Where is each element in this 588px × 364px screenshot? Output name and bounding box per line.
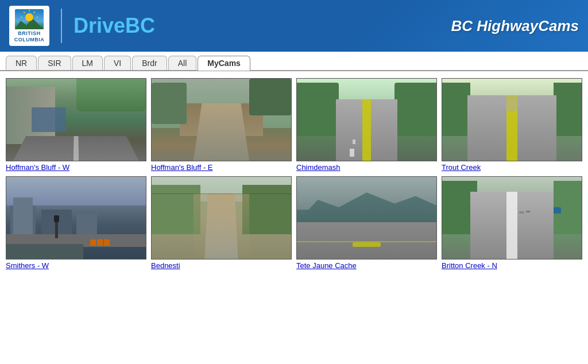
cam-label-bednesti[interactable]: Bednesti (151, 261, 292, 270)
header-divider (61, 9, 62, 43)
bc-logo-svg (15, 9, 44, 29)
cam-label-chimdemash[interactable]: Chimdemash (296, 163, 437, 172)
tab-vi[interactable]: VI (104, 56, 131, 70)
cam-label-smithers-w[interactable]: Smithers - W (6, 261, 146, 270)
site-title: BC HighwayCams (451, 17, 579, 35)
cam-image-hoffmans-bluff-e[interactable] (151, 78, 292, 161)
bc-text: BC (125, 14, 155, 37)
cam-label-hoffmans-bluff-e[interactable]: Hoffman's Bluff - E (151, 163, 292, 172)
bc-logo: BRITISH COLUMBIA (9, 6, 49, 46)
tab-lm[interactable]: LM (72, 56, 103, 70)
tab-nr[interactable]: NR (6, 56, 37, 70)
cam-label-britton-creek-n[interactable]: Britton Creek - N (442, 261, 582, 270)
cam-image-bednesti[interactable] (151, 176, 292, 260)
tab-bar: NR SIR LM VI Brdr All MyCams (0, 52, 588, 71)
cam-image-chimdemash[interactable] (296, 78, 437, 161)
cam-item-chimdemash[interactable]: Chimdemash (296, 78, 437, 172)
svg-point-9 (25, 13, 33, 21)
tab-brdr[interactable]: Brdr (132, 56, 167, 70)
drive-text: Drive (74, 14, 125, 37)
cam-item-hoffmans-bluff-w[interactable]: Hoffman's Bluff - W (6, 78, 146, 172)
cam-item-smithers-w[interactable]: Smithers - W (6, 176, 146, 270)
site-header: BRITISH COLUMBIA DriveBC BC HighwayCams (0, 0, 588, 52)
tab-mycams[interactable]: MyCams (198, 56, 250, 71)
tab-sir[interactable]: SIR (38, 56, 71, 70)
logo-area: BRITISH COLUMBIA DriveBC (9, 6, 155, 46)
camera-grid: Hoffman's Bluff - W Hoffman's Bluff - E (0, 71, 588, 277)
cam-item-hoffmans-bluff-e[interactable]: Hoffman's Bluff - E (151, 78, 292, 172)
cam-item-tete-jaune-cache[interactable]: Tete Jaune Cache (296, 176, 437, 270)
drivebc-logo: DriveBC (74, 14, 155, 38)
cam-item-britton-creek-n[interactable]: Britton Creek - N (442, 176, 582, 270)
cam-label-tete-jaune-cache[interactable]: Tete Jaune Cache (296, 261, 437, 270)
cam-item-bednesti[interactable]: Bednesti (151, 176, 292, 270)
cam-image-smithers-w[interactable] (6, 176, 146, 260)
cam-label-hoffmans-bluff-w[interactable]: Hoffman's Bluff - W (6, 163, 146, 172)
bc-logo-text: BRITISH COLUMBIA (13, 30, 46, 43)
cam-label-trout-creek[interactable]: Trout Creek (442, 163, 582, 172)
tab-all[interactable]: All (168, 56, 197, 70)
cam-image-trout-creek[interactable] (442, 78, 582, 161)
cam-image-tete-jaune-cache[interactable] (296, 176, 437, 260)
cam-item-trout-creek[interactable]: Trout Creek (442, 78, 582, 172)
cam-image-britton-creek-n[interactable] (442, 176, 582, 260)
cam-image-hoffmans-bluff-w[interactable] (6, 78, 146, 161)
